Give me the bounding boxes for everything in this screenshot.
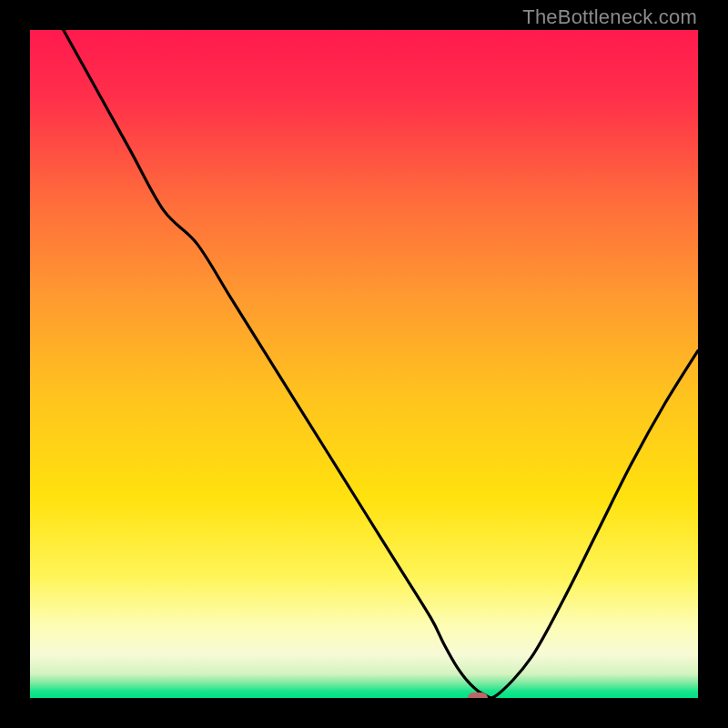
optimal-marker: [468, 693, 488, 698]
bottleneck-curve: [30, 30, 698, 698]
chart-frame: TheBottleneck.com: [0, 0, 728, 728]
watermark-text: TheBottleneck.com: [522, 5, 697, 29]
plot-area: [30, 30, 698, 698]
